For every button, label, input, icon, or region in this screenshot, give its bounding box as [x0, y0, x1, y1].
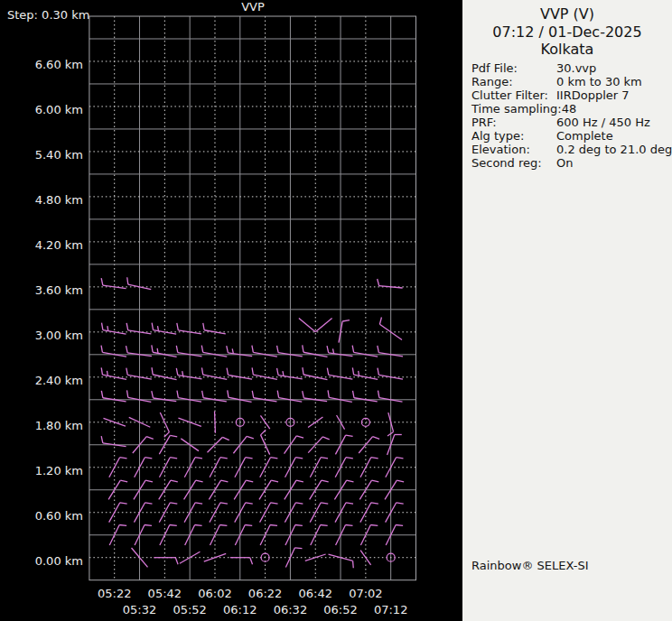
wind-barb-feather — [152, 391, 154, 398]
wind-barb-feather — [202, 391, 204, 398]
wind-barb-feather — [101, 391, 103, 398]
wind-barb-plot — [0, 0, 462, 621]
wind-barb-feather — [220, 458, 228, 459]
wind-barb-feather — [247, 436, 254, 438]
panel-site: Kolkata — [462, 41, 672, 59]
wind-barb-feather — [170, 458, 177, 459]
wind-barb-feather — [370, 524, 378, 525]
wind-barb-feather — [177, 391, 178, 398]
wind-barb-feather — [371, 458, 378, 459]
wind-barb-feather — [371, 480, 378, 482]
y-axis-label: 2.40 km — [5, 375, 83, 387]
wind-barb-staff — [310, 458, 321, 477]
vvp-window: VVP Step: 0.30 km 6.60 km6.00 km5.40 km4… — [0, 0, 672, 621]
wind-barb-feather — [232, 348, 233, 353]
wind-barb-feather — [101, 436, 103, 443]
x-axis-label: 07:12 — [370, 604, 412, 616]
wind-barb-feather — [378, 368, 378, 375]
y-axis-label: 6.00 km — [5, 104, 83, 116]
wind-barb-feather — [271, 480, 278, 482]
wind-barb-feather — [127, 390, 128, 397]
wind-barb-feather — [371, 503, 378, 504]
wind-barb-staff — [310, 503, 321, 523]
y-axis-label: 3.60 km — [5, 284, 83, 297]
wind-barb-feather — [222, 437, 229, 440]
wind-barb-feather — [295, 503, 303, 504]
x-axis-label: 06:02 — [194, 588, 236, 600]
wind-barb-feather — [303, 391, 304, 398]
wind-barb-staff — [215, 412, 216, 433]
wind-barb-feather — [120, 458, 127, 459]
wind-barb-feather — [277, 346, 279, 353]
x-axis-label: 06:52 — [320, 604, 361, 616]
wind-barb-feather — [295, 524, 303, 525]
wind-barb-feather — [295, 458, 303, 459]
wind-barb-feather — [119, 524, 126, 525]
info-label: Time sampling: — [471, 102, 562, 116]
wind-barb-feather — [152, 367, 153, 375]
info-row: Second reg:On — [471, 156, 668, 170]
info-value: 0.2 deg to 21.0 deg — [556, 143, 672, 156]
wind-barb-feather — [203, 323, 204, 330]
wind-barb-feather — [397, 503, 404, 504]
wind-barb-feather — [176, 346, 178, 353]
info-row: Clutter Filter:IIRDoppler 7 — [471, 88, 668, 102]
info-row: Elevation:0.2 deg to 21.0 deg — [471, 143, 668, 156]
y-axis-label: 4.80 km — [5, 194, 83, 207]
x-axis-label: 06:32 — [269, 604, 311, 616]
x-axis-label: 05:52 — [169, 604, 210, 616]
info-value: IIRDoppler 7 — [556, 88, 630, 102]
wind-barb-feather — [303, 367, 303, 375]
y-axis-label: 6.60 km — [5, 59, 83, 71]
wind-barb-feather — [201, 367, 202, 375]
wind-barb-feather — [246, 458, 253, 459]
info-value: 600 Hz / 450 Hz — [556, 116, 650, 129]
x-axis-label: 06:12 — [219, 604, 261, 616]
wind-barb-feather — [346, 503, 353, 504]
x-axis-label: 06:42 — [294, 588, 336, 600]
info-label: Clutter Filter: — [471, 88, 556, 102]
wind-barb-feather — [152, 323, 153, 330]
wind-barb-feather — [379, 318, 381, 325]
wind-barb-feather — [252, 391, 254, 398]
y-axis-label: 0.00 km — [5, 555, 83, 568]
wind-barb-feather — [252, 367, 253, 375]
wind-barb-feather — [352, 346, 353, 353]
wind-barb-feather — [157, 326, 158, 330]
wind-barb-feather — [195, 524, 202, 525]
x-axis-label: 06:22 — [245, 588, 286, 600]
x-axis-label: 07:02 — [345, 588, 387, 600]
wind-barb-feather — [126, 346, 127, 353]
wind-barb-feather — [196, 480, 203, 482]
wind-barb-feather — [327, 368, 328, 375]
wind-barb-feather — [373, 437, 380, 440]
wind-barb-feather — [346, 435, 353, 436]
y-axis-label: 4.20 km — [5, 239, 83, 252]
info-value: 48 — [562, 102, 577, 116]
wind-barb-feather — [397, 480, 404, 482]
wind-barb-feather — [177, 323, 179, 330]
panel-title: VVP (V) — [462, 5, 672, 23]
wind-barb-staff — [159, 503, 170, 523]
wind-barb-feather — [152, 345, 153, 352]
wind-barb-feather — [246, 503, 253, 504]
wind-barb-feather — [352, 367, 353, 375]
wind-barb-feather — [277, 391, 278, 398]
wind-barb-feather — [346, 524, 353, 525]
wind-barb-feather — [327, 346, 329, 353]
chart-frame — [89, 16, 416, 580]
wind-barb-feather — [126, 323, 128, 330]
chart-title: VVP — [89, 1, 416, 14]
wind-barb-feather — [321, 524, 328, 525]
info-row: Time sampling:48 — [471, 102, 668, 116]
wind-barb-feather — [296, 436, 303, 438]
wind-barb-feather — [252, 346, 253, 353]
wind-barb-feather — [107, 371, 107, 375]
wind-barb-feather — [270, 458, 277, 459]
info-row: PRF:600 Hz / 450 Hz — [471, 116, 668, 129]
wind-barb-staff — [210, 458, 220, 477]
wind-barb-feather — [195, 503, 202, 504]
wind-barb-feather — [250, 558, 253, 565]
wind-barb-feather — [353, 561, 354, 568]
info-label: PRF: — [471, 116, 556, 129]
